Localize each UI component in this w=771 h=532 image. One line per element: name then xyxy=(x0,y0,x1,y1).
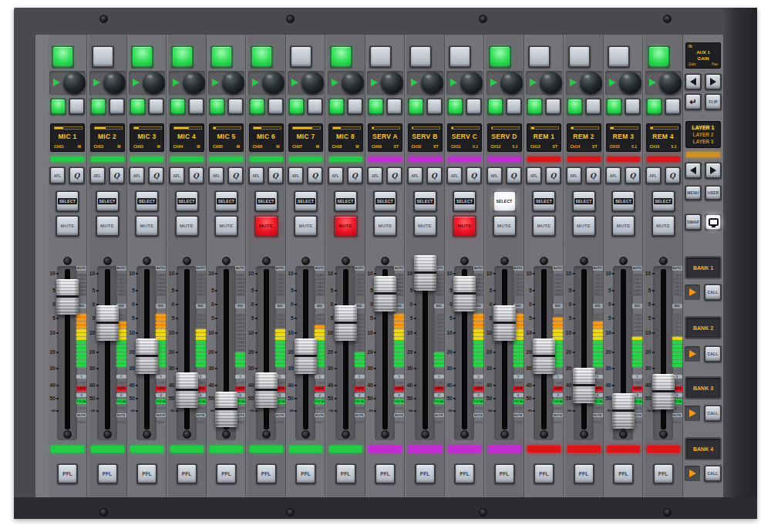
select-button[interactable]: SELECT xyxy=(294,190,318,212)
gain-knob[interactable] xyxy=(381,72,403,94)
fader-cap[interactable] xyxy=(414,255,436,291)
mute-button[interactable]: MUTE xyxy=(214,215,238,237)
gain-knob[interactable] xyxy=(222,72,244,94)
fader-cap[interactable] xyxy=(573,368,595,403)
select-button[interactable]: SELECT xyxy=(572,190,596,212)
mute-button[interactable]: MUTE xyxy=(453,215,476,237)
select-button[interactable]: SELECT xyxy=(453,190,476,212)
strip-key-right-button[interactable] xyxy=(585,98,601,115)
fader-cap[interactable] xyxy=(335,305,357,341)
gain-knob[interactable] xyxy=(103,72,126,94)
select-button[interactable]: SELECT xyxy=(532,190,556,212)
pfl-button[interactable]: PFL xyxy=(534,463,554,484)
select-button[interactable]: SELECT xyxy=(373,190,397,212)
fader-track[interactable] xyxy=(581,269,587,429)
q-button[interactable]: Q xyxy=(426,167,443,184)
gain-knob[interactable] xyxy=(301,72,324,94)
fader-cap[interactable] xyxy=(136,338,158,374)
fader-track[interactable] xyxy=(105,269,110,429)
fader-cap[interactable] xyxy=(652,374,675,409)
select-button[interactable]: SELECT xyxy=(175,190,199,212)
pfl-button[interactable]: PFL xyxy=(574,463,594,484)
q-button[interactable]: Q xyxy=(227,167,244,184)
gain-knob[interactable] xyxy=(659,72,682,94)
gain-knob[interactable] xyxy=(540,72,562,94)
select-button[interactable]: SELECT xyxy=(611,190,635,212)
q-button[interactable]: Q xyxy=(545,167,561,184)
q-button[interactable]: Q xyxy=(109,167,125,184)
enter-button[interactable]: ↵ xyxy=(685,93,702,110)
q-button[interactable]: Q xyxy=(268,167,284,184)
select-button[interactable]: SELECT xyxy=(413,190,437,212)
fader-cap[interactable] xyxy=(96,305,119,341)
pfl-button[interactable]: PFL xyxy=(216,463,237,484)
strip-key-right-button[interactable] xyxy=(386,98,402,115)
pfl-button[interactable]: PFL xyxy=(494,463,515,484)
select-button[interactable]: SELECT xyxy=(493,190,517,212)
pfl-button[interactable]: PFL xyxy=(375,463,396,484)
pfl-button[interactable]: PFL xyxy=(256,463,277,484)
select-button[interactable]: SELECT xyxy=(651,190,675,212)
pfl-button[interactable]: PFL xyxy=(295,463,316,484)
gain-knob[interactable] xyxy=(63,72,86,94)
mute-button[interactable]: MUTE xyxy=(56,215,79,237)
gain-knob[interactable] xyxy=(580,72,602,94)
fader-track[interactable] xyxy=(343,269,348,429)
q-button[interactable]: Q xyxy=(188,167,204,184)
fader-cap[interactable] xyxy=(295,338,317,374)
pfl-button[interactable]: PFL xyxy=(613,463,634,484)
strip-key-right-button[interactable] xyxy=(148,98,164,115)
strip-key-right-button[interactable] xyxy=(625,98,641,115)
mute-button[interactable]: MUTE xyxy=(334,215,358,237)
layer-right-arrow-button[interactable] xyxy=(705,162,722,179)
monitor-button[interactable] xyxy=(705,214,722,231)
fader-cap[interactable] xyxy=(374,276,396,311)
strip-key-right-button[interactable] xyxy=(545,98,561,115)
strip-key-right-button[interactable] xyxy=(307,98,323,115)
gain-knob[interactable] xyxy=(421,72,443,94)
gain-knob[interactable] xyxy=(460,72,483,94)
strip-key-right-button[interactable] xyxy=(227,98,244,115)
select-button[interactable]: SELECT xyxy=(96,190,120,212)
pfl-button[interactable]: PFL xyxy=(415,463,436,484)
q-button[interactable]: Q xyxy=(665,167,681,184)
select-button[interactable]: SELECT xyxy=(254,190,278,212)
mute-button[interactable]: MUTE xyxy=(175,215,199,237)
bank-1-call-button[interactable]: CALL xyxy=(704,284,722,301)
pfl-button[interactable]: PFL xyxy=(335,463,356,484)
aux-left-arrow-button[interactable] xyxy=(685,73,702,90)
q-button[interactable]: Q xyxy=(625,167,641,184)
q-button[interactable]: Q xyxy=(506,167,522,184)
fader-cap[interactable] xyxy=(453,276,476,311)
mute-button[interactable]: MUTE xyxy=(493,215,517,237)
menu-button[interactable]: MENU xyxy=(685,185,702,200)
pfl-button[interactable]: PFL xyxy=(97,463,118,484)
flip-button[interactable]: FLIP xyxy=(705,93,722,110)
gain-knob[interactable] xyxy=(500,72,523,94)
gain-knob[interactable] xyxy=(342,72,364,94)
fader-track[interactable] xyxy=(423,269,428,429)
bank-3-call-button[interactable]: CALL xyxy=(704,405,722,422)
strip-key-right-button[interactable] xyxy=(426,98,443,115)
strip-key-right-button[interactable] xyxy=(109,98,125,115)
mute-button[interactable]: MUTE xyxy=(651,215,675,237)
gain-knob[interactable] xyxy=(143,72,165,94)
q-button[interactable]: Q xyxy=(386,167,402,184)
select-button[interactable]: SELECT xyxy=(334,190,358,212)
pfl-button[interactable]: PFL xyxy=(57,463,78,484)
mute-button[interactable]: MUTE xyxy=(96,215,120,237)
q-button[interactable]: Q xyxy=(466,167,482,184)
mute-button[interactable]: MUTE xyxy=(294,215,318,237)
fader-cap[interactable] xyxy=(493,305,516,341)
mute-button[interactable]: MUTE xyxy=(611,215,635,237)
fader-track[interactable] xyxy=(502,269,507,429)
fader-cap[interactable] xyxy=(533,338,555,374)
select-button[interactable]: SELECT xyxy=(135,190,159,212)
pfl-button[interactable]: PFL xyxy=(454,463,475,484)
fader-cap[interactable] xyxy=(176,372,198,408)
pfl-button[interactable]: PFL xyxy=(177,463,197,484)
q-button[interactable]: Q xyxy=(69,167,85,184)
gain-knob[interactable] xyxy=(183,72,205,94)
q-button[interactable]: Q xyxy=(585,167,601,184)
mute-button[interactable]: MUTE xyxy=(135,215,159,237)
